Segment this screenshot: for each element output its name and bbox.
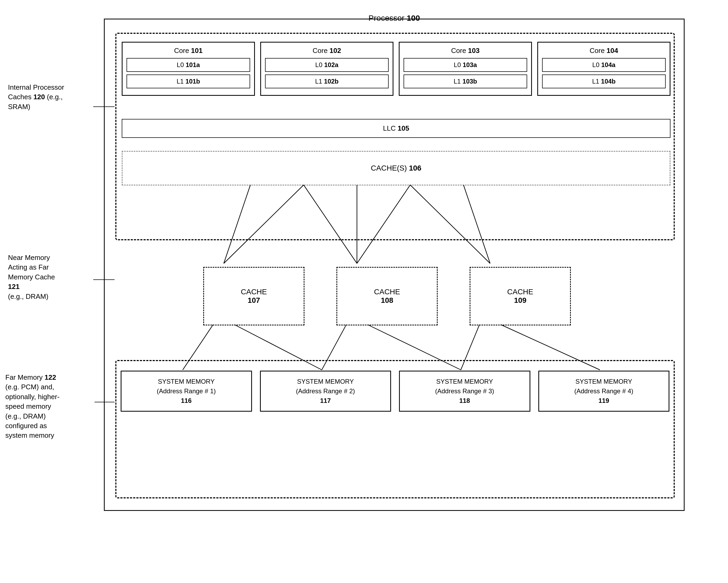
core-101-title: Core 101: [127, 47, 250, 55]
core-102-l1: L1 102b: [265, 75, 389, 88]
core-101-l0: L0 101a: [127, 58, 250, 72]
annotation-near-memory: Near MemoryActing as FarMemory Cache121(…: [8, 253, 88, 301]
core-102-l0: L0 102a: [265, 58, 389, 72]
ann2-leader-line: [93, 279, 114, 280]
inner-dashed-box: Core 101 L0 101a L1 101b Core 102 L0 102…: [115, 33, 675, 240]
annotation-internal-caches: Internal ProcessorCaches 120 (e.g.,SRAM): [8, 82, 93, 111]
core-104: Core 104 L0 104a L1 104b: [537, 42, 671, 96]
sys-mem-118: SYSTEM MEMORY(Address Range # 3)118: [399, 371, 530, 412]
sys-mem-117: SYSTEM MEMORY(Address Range # 2)117: [260, 371, 391, 412]
core-104-l0: L0 104a: [542, 58, 666, 72]
cache-108: CACHE108: [336, 267, 438, 326]
diagram-area: Processor 100 Core 101 L0 101a L1 101b C…: [101, 16, 695, 527]
ann3-leader-line: [95, 402, 114, 402]
core-103-l1: L1 103b: [404, 75, 527, 88]
sys-mem-116: SYSTEM MEMORY(Address Range # 1)116: [121, 371, 252, 412]
caches106-box: CACHE(S) 106: [122, 151, 671, 186]
page-container: Internal ProcessorCaches 120 (e.g.,SRAM)…: [0, 0, 728, 583]
core-101: Core 101 L0 101a L1 101b: [122, 42, 255, 96]
core-102: Core 102 L0 102a L1 102b: [260, 42, 393, 96]
cache-109: CACHE109: [470, 267, 571, 326]
cache-107: CACHE107: [203, 267, 305, 326]
core-103-title: Core 103: [404, 47, 527, 55]
core-104-title: Core 104: [542, 47, 666, 55]
core-103-l0: L0 103a: [404, 58, 527, 72]
processor-box: Processor 100 Core 101 L0 101a L1 101b C…: [104, 19, 684, 511]
core-102-title: Core 102: [265, 47, 389, 55]
cores-row: Core 101 L0 101a L1 101b Core 102 L0 102…: [122, 42, 671, 96]
mid-caches-row: CACHE107 CACHE108 CACHE109: [174, 267, 600, 326]
llc-box: LLC 105: [122, 119, 671, 138]
sys-mem-119: SYSTEM MEMORY(Address Range # 4)119: [538, 371, 670, 412]
core-103: Core 103 L0 103a L1 103b: [399, 42, 532, 96]
core-104-l1: L1 104b: [542, 75, 666, 88]
sys-mem-row: SYSTEM MEMORY(Address Range # 1)116 SYST…: [121, 371, 669, 412]
caches106-label: CACHE(S) 106: [371, 164, 421, 172]
ann1-leader-line: [93, 106, 114, 107]
annotation-far-memory: Far Memory 122(e.g. PCM) and,optionally,…: [5, 372, 93, 440]
processor-label: Processor 100: [368, 13, 420, 23]
core-101-l1: L1 101b: [127, 75, 250, 88]
